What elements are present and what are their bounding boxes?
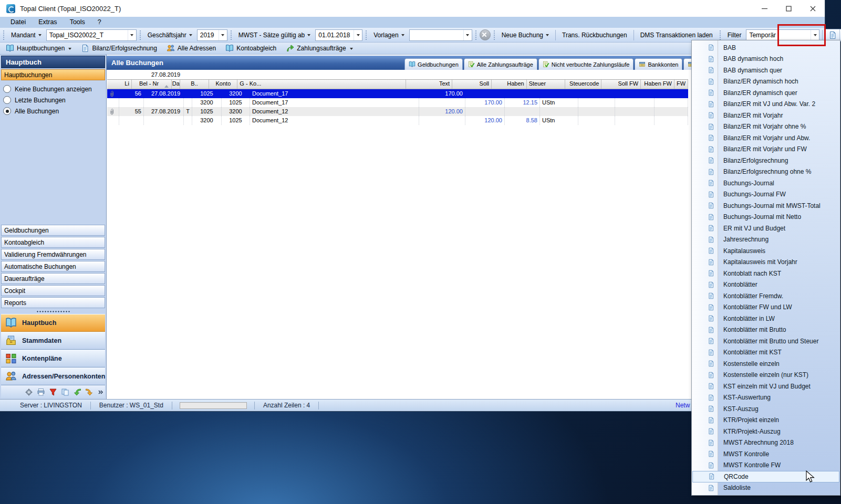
sidebar-button[interactable]: Reports [1, 297, 105, 308]
view-button[interactable]: Alle Adressen [163, 43, 220, 54]
sidebar-splitter[interactable] [1, 309, 105, 314]
report-menu-item[interactable]: Bilanz/ER mit Vorjahr ohne % [692, 121, 840, 133]
report-menu-item[interactable]: Saldoliste [692, 482, 840, 494]
column-header[interactable]: Bel - Nr [132, 80, 172, 89]
radio-option[interactable]: Alle Buchungen [3, 106, 105, 117]
mandant-button[interactable]: Mandant [7, 29, 45, 41]
report-menu-item[interactable]: Bilanz/ER dynamisch hoch [692, 76, 840, 88]
sidebar-nav-item[interactable]: Hauptbuch [1, 314, 105, 332]
report-menu-item[interactable]: Bilanz/ER mit Vorjahr [692, 110, 840, 121]
close-button[interactable] [801, 0, 825, 17]
sidebar-button[interactable]: Daueraufträge [1, 273, 105, 284]
vorlagen-button[interactable]: Vorlagen [370, 29, 408, 41]
mwst-combobox[interactable]: 01.01.2018 [315, 29, 362, 41]
report-menu-item[interactable]: BAB dynamisch hoch [692, 54, 840, 65]
sidebar-tool-button[interactable] [48, 387, 58, 397]
mwst-button[interactable]: MWST - Sätze gültig ab [235, 29, 315, 41]
column-header[interactable]: B.. [180, 80, 210, 89]
table-row[interactable]: 3200 1025 Document_17 170.00 12.15 UStn [107, 98, 688, 107]
sidebar-group-hauptbuchungen[interactable]: Hauptbuchungen [1, 69, 105, 80]
report-menu-item[interactable]: KTR/Projekt-Auszug [692, 426, 840, 437]
clear-selection-button[interactable] [480, 29, 491, 40]
report-menu-item[interactable]: ER mit VJ und Budget [692, 223, 840, 234]
geschaeftsjahr-dropdown-arrow[interactable] [219, 30, 227, 40]
more-buttons-chevron[interactable] [97, 387, 105, 397]
menu-item[interactable]: Tools [64, 17, 91, 28]
sidebar-button[interactable]: Geldbuchungen [1, 225, 105, 236]
radio-option[interactable]: Keine Buchungen anzeigen [3, 83, 105, 94]
report-menu-item[interactable]: Jahresrechnung [692, 234, 840, 246]
report-menu-item[interactable]: Kapitalausweis [692, 245, 840, 257]
report-menu-item[interactable]: KST-Auszug [692, 403, 840, 415]
sidebar-button[interactable]: Validierung Fremdwährungen [1, 249, 105, 260]
report-menu-item[interactable]: Buchungs-Journal FW [692, 189, 840, 201]
column-header[interactable]: Li [107, 80, 132, 89]
view-button[interactable]: Hauptbuchungen [2, 43, 75, 54]
report-menu-item[interactable]: Kontoblätter [692, 279, 840, 291]
sidebar-button[interactable]: Cockpit [1, 285, 105, 296]
sidebar-button[interactable]: Automatische Buchungen [1, 261, 105, 272]
tab[interactable]: Nicht verbuchte Zahlungsläufe [538, 58, 634, 70]
toolbar-grip[interactable] [139, 30, 142, 40]
column-header[interactable]: Steuercode [565, 80, 602, 89]
column-header[interactable]: Haben [492, 80, 527, 89]
view-button[interactable]: Zahlungsaufträge [282, 43, 356, 54]
geschaeftsjahr-combobox[interactable]: 2019 [197, 29, 227, 41]
menu-item[interactable]: Datei [4, 17, 32, 28]
report-menu-item[interactable]: MWST Kontrolle [692, 448, 840, 460]
report-menu-item[interactable]: Kostenstelle einzeln [692, 358, 840, 370]
menu-item[interactable]: Extras [32, 17, 63, 28]
title-bar[interactable]: Topal Client (Topal_ISO20022_T) [0, 0, 825, 17]
column-header[interactable]: Steuer [527, 80, 565, 89]
sidebar-tool-button[interactable] [36, 387, 46, 397]
report-menu-item[interactable]: Kontoblätter in LW [692, 313, 840, 324]
report-menu-item[interactable]: Bilanz/Erfolgsrechnung ohne % [692, 166, 840, 178]
report-menu-item[interactable]: Bilanz/Erfolgsrechnung [692, 155, 840, 166]
maximize-button[interactable] [776, 0, 801, 17]
sidebar-tool-button[interactable] [72, 387, 82, 397]
column-header[interactable]: G - Ko... [237, 80, 406, 89]
report-menu-item[interactable]: Buchungs-Journal mit Netto [692, 212, 840, 223]
report-menu-item[interactable]: BAB dynamisch quer [692, 65, 840, 76]
mwst-dropdown-arrow[interactable] [354, 30, 362, 40]
report-menu-item[interactable]: QRCode [692, 471, 839, 482]
sidebar-tool-button[interactable] [85, 387, 94, 397]
report-menu-item[interactable]: Buchungs-Journal mit MWST-Total [692, 200, 840, 212]
report-menu-item[interactable]: Kontoblätter mit Brutto [692, 324, 840, 336]
report-menu-item[interactable]: Bilanz/ER mit VJ und Abw. Var. 2 [692, 99, 840, 110]
column-header[interactable]: FW [674, 80, 688, 89]
minimize-button[interactable] [752, 0, 776, 17]
sidebar-nav-item[interactable]: Kontenpläne [1, 350, 105, 368]
mandant-combobox[interactable]: Topal_ISO20022_T [46, 29, 137, 41]
sidebar-tool-button[interactable] [24, 387, 34, 397]
tab[interactable]: Alle Zahlungsaufträge [464, 58, 537, 70]
report-menu-item[interactable]: Kontoblätter mit KST [692, 347, 840, 359]
network-link[interactable]: Netw [676, 402, 690, 409]
mandant-dropdown-arrow[interactable] [128, 30, 136, 40]
geschaeftsjahr-button[interactable]: Geschäftsjahr [144, 29, 196, 41]
toolbar-grip[interactable] [493, 30, 496, 40]
group-date-row[interactable]: 27.08.2019 [107, 70, 688, 79]
report-menu-item[interactable]: Bilanz/ER mit Vorjahr und FW [692, 144, 840, 155]
report-menu-item[interactable]: KST einzeln mit VJ und Budget [692, 381, 840, 392]
table-row[interactable]: 55 27.08.2019 T 1025 3200 Document_12 12… [107, 107, 688, 116]
dms-transaktionen-button[interactable]: DMS Transaktionen laden [637, 29, 717, 41]
vorlagen-dropdown-arrow[interactable] [463, 30, 472, 40]
report-menu-item[interactable]: Kontoblätter FW und LW [692, 302, 840, 313]
column-header[interactable]: Soll FW [601, 80, 641, 89]
report-menu-item[interactable]: Bilanz/ER mit Vorjahr und Abw. [692, 132, 840, 144]
report-menu-item[interactable]: Kostenstelle einzeln (nur KST) [692, 370, 840, 381]
neue-buchung-button[interactable]: Neue Buchung [498, 29, 553, 41]
report-menu-item[interactable]: Buchungs-Journal [692, 177, 840, 189]
table-row[interactable]: 3200 1025 Document_12 120.00 8.58 UStn [107, 116, 688, 125]
toolbar-grip[interactable] [365, 30, 368, 40]
trans-rueckbuchungen-button[interactable]: Trans. Rückbuchungen [558, 29, 631, 41]
sidebar-nav-item[interactable]: Adressen/Personenkonten [1, 368, 105, 385]
sidebar-tool-button[interactable] [60, 387, 70, 397]
toolbar-grip[interactable] [474, 30, 477, 40]
report-menu-item[interactable]: MWST Kontrolle FW [692, 460, 840, 471]
radio-option[interactable]: Letzte Buchungen [3, 94, 105, 106]
column-header[interactable]: Konto [209, 80, 237, 89]
report-menu-item[interactable]: KTR/Projekt einzeln [692, 415, 840, 426]
column-header[interactable]: Haben FW [641, 80, 674, 89]
